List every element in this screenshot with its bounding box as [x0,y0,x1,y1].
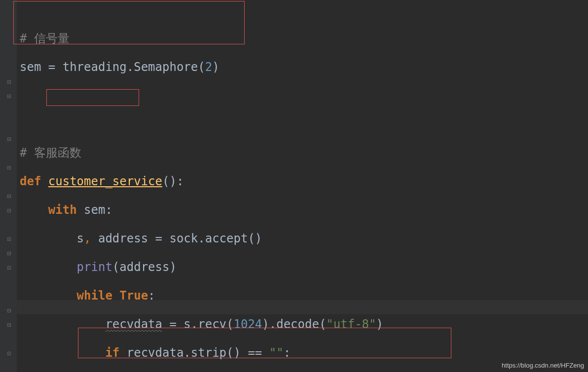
fold-icon[interactable]: ⊟ [7,307,13,313]
fold-icon[interactable]: ⊟ [7,136,13,142]
code-area[interactable]: # 信号量 sem = threading.Semaphore(2) # 客服函… [17,0,588,372]
code-line: recvdata = s.recv(1024).decode("utf-8") [20,317,585,332]
code-line: while True: [20,289,585,303]
fold-icon[interactable]: ⊡ [7,265,13,271]
code-editor[interactable]: ⊟ ⊟ ⊟ ⊟ ⊟ ⊟ ⊡ ⊟ ⊡ ⊟ ⊟ ⊡ # 信号量 sem = thre… [0,0,588,372]
code-line: s, address = sock.accept() [20,232,585,246]
code-line: def customer_service(): [20,174,585,189]
code-line: print(address) [20,260,585,274]
code-line: if recvdata.strip() == "": [20,346,585,360]
fold-icon[interactable]: ⊟ [7,207,13,213]
fold-icon[interactable]: ⊡ [7,350,13,356]
fold-icon[interactable]: ⊡ [7,236,13,242]
gutter: ⊟ ⊟ ⊟ ⊟ ⊟ ⊟ ⊡ ⊟ ⊡ ⊟ ⊟ ⊡ [0,0,17,372]
code-line: # 客服函数 [20,146,585,160]
code-line: sem = threading.Semaphore(2) [20,60,585,74]
fold-icon[interactable]: ⊟ [7,79,13,85]
code-line: with sem: [20,203,585,217]
watermark-text: https://blog.csdn.net/HFZeng [502,362,584,369]
fold-icon[interactable]: ⊟ [7,93,13,99]
code-line: # 信号量 [20,32,585,46]
fold-icon[interactable]: ⊟ [7,165,13,170]
fold-icon[interactable]: ⊟ [7,322,13,328]
fold-icon[interactable]: ⊟ [7,250,13,256]
fold-icon[interactable]: ⊟ [7,193,13,199]
